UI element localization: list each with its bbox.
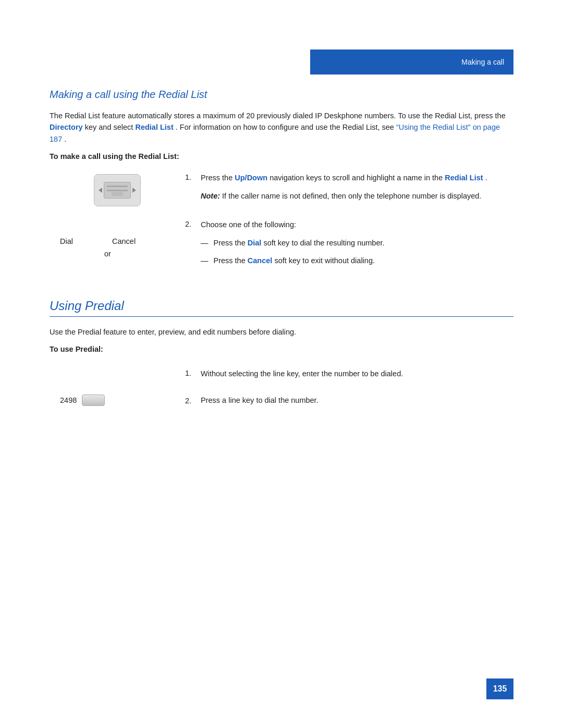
step1-mid: navigation keys to scroll and highlight … bbox=[270, 174, 443, 182]
step2-area: 2. Choose one of the following: Dial Can… bbox=[50, 219, 513, 273]
page-number: 135 bbox=[493, 684, 507, 694]
bullet-list-container: — Press the Dial soft key to dial the re… bbox=[201, 237, 513, 273]
step1-left bbox=[50, 172, 185, 206]
note-block: Note: If the caller name is not defined,… bbox=[201, 190, 513, 202]
cancel-label: Cancel bbox=[112, 237, 136, 245]
or-label: or bbox=[104, 250, 111, 258]
bullet2-post: soft key to exit without dialing. bbox=[274, 256, 375, 265]
redial-list-link[interactable]: Redial List bbox=[135, 123, 173, 131]
screen-line2 bbox=[107, 190, 128, 191]
predial-step1-row: 1. Without selecting the line key, enter… bbox=[50, 368, 513, 379]
bullet1-content: Press the Dial soft key to dial the resu… bbox=[214, 237, 385, 249]
note-text: If the caller name is not defined, then … bbox=[222, 192, 481, 200]
dial-cancel-container: Dial Cancel or — Press the bbox=[50, 237, 513, 274]
predial-number: 2498 bbox=[60, 396, 77, 404]
predial-button-icon bbox=[82, 394, 105, 406]
step2-number: 2. bbox=[185, 219, 201, 228]
dash-icon-1: — bbox=[201, 237, 209, 249]
step2-intro-text: Choose one of the following: bbox=[201, 219, 513, 230]
redial-link-step1[interactable]: Redial List bbox=[445, 174, 483, 182]
page-container: Making a call Making a call using the Re… bbox=[0, 0, 563, 728]
section2-divider bbox=[50, 316, 513, 317]
arrow-right-icon bbox=[132, 188, 136, 193]
predial-step1-text: Without selecting the line key, enter th… bbox=[201, 368, 513, 379]
dial-cancel-labels: Dial Cancel or bbox=[50, 237, 185, 274]
step1-number: 1. bbox=[185, 172, 201, 181]
bullet1-post: soft key to dial the resulting number. bbox=[263, 239, 384, 247]
screen-line1 bbox=[107, 186, 128, 187]
section2-container: Using Predial Use the Predial feature to… bbox=[50, 299, 513, 406]
directory-link[interactable]: Directory bbox=[50, 123, 83, 131]
section1-intro-para: The Redial List feature automatically st… bbox=[50, 110, 513, 145]
bullet2-content: Press the Cancel soft key to exit withou… bbox=[214, 255, 375, 266]
intro-text: The Redial List feature automatically st… bbox=[50, 112, 506, 120]
period: . bbox=[64, 135, 66, 143]
predial-step2-number: 2. bbox=[185, 396, 201, 405]
section2-heading: Using Predial bbox=[50, 299, 513, 313]
cancel-link[interactable]: Cancel bbox=[248, 256, 273, 265]
step1-content: Press the Up/Down navigation keys to scr… bbox=[201, 172, 513, 202]
bullet1-pre: Press the bbox=[214, 239, 246, 247]
bullet-list: — Press the Dial soft key to dial the re… bbox=[201, 237, 513, 267]
step1-text: Press the bbox=[201, 174, 232, 182]
phone-screen bbox=[104, 182, 131, 199]
mid-text: key and select bbox=[85, 123, 133, 131]
page-number-box: 135 bbox=[486, 678, 513, 699]
arrow-left-icon bbox=[99, 188, 102, 193]
step1-end: . bbox=[485, 174, 487, 182]
predial-step2-row: 2498 2. Press a line key to dial the num… bbox=[50, 394, 513, 406]
step2-header-row: 2. Choose one of the following: bbox=[50, 219, 513, 230]
section2-subheading: To use Predial: bbox=[50, 345, 513, 353]
phone-image bbox=[94, 174, 141, 206]
main-content: Making a call using the Redial List The … bbox=[50, 89, 513, 406]
bullet-item-2: — Press the Cancel soft key to exit with… bbox=[201, 255, 513, 266]
header-bar-text: Making a call bbox=[461, 58, 504, 66]
predial-step2-left: 2498 bbox=[50, 394, 185, 406]
dial-label: Dial bbox=[60, 237, 73, 245]
step1-row: 1. Press the Up/Down navigation keys to … bbox=[50, 172, 513, 206]
updown-link[interactable]: Up/Down bbox=[235, 174, 267, 182]
screen-button bbox=[112, 192, 123, 196]
predial-step1-number: 1. bbox=[185, 368, 201, 377]
section2-intro: Use the Predial feature to enter, previe… bbox=[50, 326, 513, 338]
note-label: Note: bbox=[201, 192, 220, 200]
section1-heading: Making a call using the Redial List bbox=[50, 89, 513, 101]
dash-icon-2: — bbox=[201, 255, 209, 266]
steps-area: 1. Press the Up/Down navigation keys to … bbox=[50, 172, 513, 273]
dial-link[interactable]: Dial bbox=[248, 239, 262, 247]
section1-subheading: To make a call using the Redial List: bbox=[50, 152, 513, 161]
predial-step2-text: Press a line key to dial the number. bbox=[201, 394, 513, 406]
bullet2-pre: Press the bbox=[214, 256, 246, 265]
header-bar: Making a call bbox=[310, 50, 513, 75]
bullet-item-1: — Press the Dial soft key to dial the re… bbox=[201, 237, 513, 249]
end-text: . For information on how to configure an… bbox=[176, 123, 394, 131]
